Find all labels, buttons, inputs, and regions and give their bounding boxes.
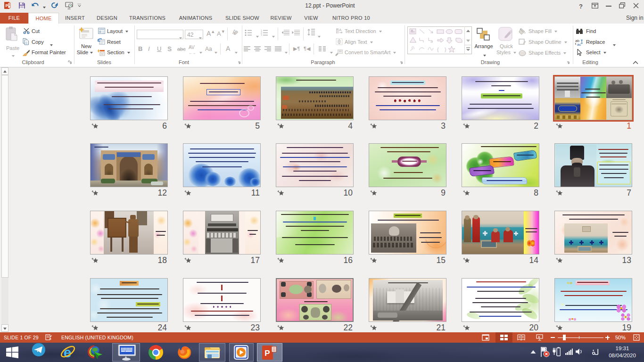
svg-text:P: P <box>264 349 270 358</box>
svg-text:x: x <box>50 337 51 341</box>
